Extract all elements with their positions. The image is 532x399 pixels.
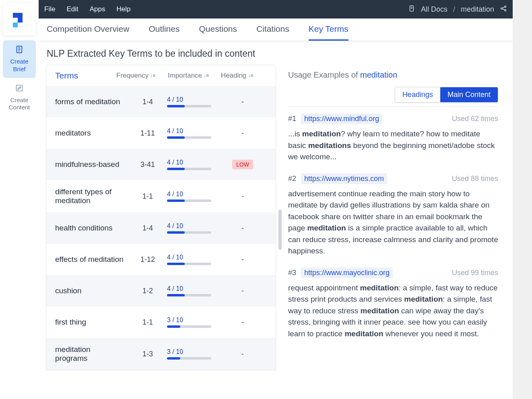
term-heading: -	[219, 129, 267, 138]
svg-rect-1	[18, 13, 23, 23]
share-icon[interactable]	[500, 5, 507, 14]
term-importance: 4 / 10	[167, 128, 219, 139]
example-count: Used 99 times	[452, 269, 498, 277]
create-brief-label: Create Brief	[10, 58, 28, 72]
term-row[interactable]: mindfulness-based3-414 / 10LOW	[46, 149, 276, 180]
term-name: meditation programs	[55, 345, 128, 363]
example-count: Used 88 times	[452, 175, 498, 183]
page-title: NLP Extracted Key Terms to be included i…	[39, 41, 513, 65]
term-heading: -	[219, 224, 267, 232]
example-block: #3https://www.mayoclinic.orgUsed 99 time…	[288, 267, 498, 340]
menu-help[interactable]: Help	[116, 5, 130, 13]
sort-icon: ↓≡	[150, 73, 155, 78]
term-frequency: 1-12	[128, 255, 167, 264]
term-frequency: 1-4	[128, 98, 167, 106]
term-name: different types of meditation	[55, 187, 128, 205]
term-frequency: 1-2	[128, 287, 167, 295]
tab-keyterms[interactable]: Key Terms	[309, 19, 348, 41]
term-importance: 4 / 10	[167, 159, 219, 170]
term-name: forms of meditation	[55, 97, 128, 106]
term-frequency: 1-1	[128, 192, 167, 201]
term-heading: -	[219, 192, 267, 201]
create-content-label: Create Content	[9, 97, 30, 111]
term-name: health conditions	[55, 224, 128, 232]
term-frequency: 3-41	[128, 160, 167, 169]
term-name: effects of meditation	[55, 255, 128, 264]
th-terms[interactable]: Terms	[55, 71, 116, 80]
th-heading[interactable]: Heading ↓≡	[221, 72, 267, 80]
example-block: #1https://www.mindful.orgUsed 62 times..…	[288, 113, 498, 163]
term-row[interactable]: forms of meditation1-44 / 10-	[46, 86, 276, 117]
th-importance[interactable]: Importance ↓≡	[168, 72, 221, 80]
menu-apps[interactable]: Apps	[90, 5, 105, 13]
term-importance: 4 / 10	[167, 191, 219, 202]
sort-icon: ↓≡	[248, 73, 253, 78]
term-importance: 4 / 10	[167, 254, 219, 265]
term-name: mindfulness-based	[55, 160, 128, 169]
term-heading: LOW	[219, 160, 267, 169]
term-frequency: 1-11	[128, 129, 167, 138]
tab-citations[interactable]: Citations	[256, 19, 289, 41]
document-icon	[4, 45, 34, 56]
term-frequency: 1-3	[128, 350, 167, 358]
example-count: Used 62 times	[452, 115, 498, 123]
th-frequency[interactable]: Frequency ↓≡	[116, 72, 168, 80]
create-brief-button[interactable]: Create Brief	[3, 40, 36, 78]
menu-edit[interactable]: Edit	[66, 5, 78, 13]
term-row[interactable]: health conditions1-44 / 10-	[46, 212, 276, 244]
term-row[interactable]: first thing1-13 / 10-	[46, 306, 276, 338]
term-importance: 4 / 10	[167, 222, 219, 234]
svg-rect-2	[13, 23, 18, 27]
term-name: cushion	[55, 286, 128, 295]
doc-icon	[408, 5, 415, 14]
example-body: advertisement continue reading the main …	[288, 188, 498, 257]
example-body: request appointment meditation: a simple…	[288, 282, 498, 340]
toggle-headings[interactable]: Headings	[395, 87, 440, 102]
term-importance: 4 / 10	[167, 96, 219, 107]
menu-file[interactable]: File	[44, 5, 55, 13]
tab-overview[interactable]: Competition Overview	[47, 19, 129, 41]
breadcrumb-doc[interactable]: meditation	[461, 5, 494, 14]
term-heading: -	[219, 350, 267, 358]
example-block: #2https://www.nytimes.comUsed 88 timesad…	[288, 173, 498, 257]
term-frequency: 1-1	[128, 318, 167, 327]
examples-panel: Usage Examples of meditation Headings Ma…	[282, 65, 513, 399]
toggle-main-content[interactable]: Main Content	[440, 87, 498, 102]
svg-line-14	[502, 7, 505, 8]
right-gutter	[513, 0, 532, 399]
term-row[interactable]: different types of meditation1-14 / 10-	[46, 180, 276, 212]
example-body: ...is meditation? why learn to meditate?…	[288, 128, 498, 163]
examples-title: Usage Examples of meditation	[288, 70, 498, 80]
term-row[interactable]: cushion1-24 / 10-	[46, 275, 276, 306]
app-logo[interactable]	[3, 3, 35, 35]
term-row[interactable]: meditators1-114 / 10-	[46, 117, 276, 149]
term-importance: 3 / 10	[167, 348, 219, 360]
term-row[interactable]: meditation programs1-33 / 10-	[46, 338, 276, 370]
scrollbar-thumb[interactable]	[278, 210, 282, 250]
breadcrumb: All Docs / meditation	[408, 5, 507, 14]
create-content-button[interactable]: Create Content	[3, 79, 36, 117]
term-heading: -	[219, 318, 267, 327]
tab-questions[interactable]: Questions	[199, 19, 237, 41]
svg-line-15	[502, 8, 505, 10]
breadcrumb-sep: /	[453, 5, 455, 14]
example-number: #3	[288, 269, 296, 277]
term-heading: -	[219, 287, 267, 295]
term-importance: 4 / 10	[167, 285, 219, 296]
term-name: first thing	[55, 318, 128, 327]
term-importance: 3 / 10	[167, 317, 219, 328]
breadcrumb-alldocs[interactable]: All Docs	[421, 5, 447, 14]
edit-icon	[4, 84, 34, 95]
sort-icon: ↓≡	[204, 73, 209, 78]
terms-table: Terms Frequency ↓≡ Importance ↓≡ Heading…	[46, 65, 276, 370]
example-number: #1	[288, 115, 296, 123]
example-url[interactable]: https://www.mindful.org	[301, 113, 382, 124]
tab-outlines[interactable]: Outlines	[148, 19, 179, 41]
example-url[interactable]: https://www.nytimes.com	[301, 173, 387, 184]
term-name: meditators	[55, 129, 128, 138]
example-url[interactable]: https://www.mayoclinic.org	[301, 267, 393, 278]
example-number: #2	[288, 175, 296, 183]
low-badge: LOW	[232, 160, 253, 169]
term-row[interactable]: effects of meditation1-124 / 10-	[46, 244, 276, 275]
term-frequency: 1-4	[128, 224, 167, 232]
